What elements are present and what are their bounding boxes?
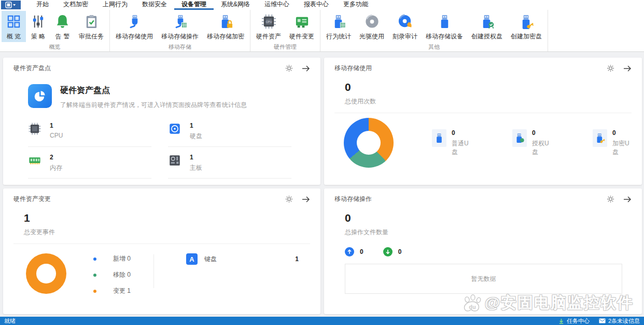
ribbon-item-policy[interactable]: 策 略 — [26, 11, 50, 42]
ribbon-item-behavior-stats[interactable]: 行为统计 — [322, 11, 355, 42]
menubar: 开始 文档加密 上网行为 数据安全 设备管理 系统&网络 运维中心 报表中心 更… — [0, 0, 644, 10]
app-menu-button[interactable] — [1, 1, 21, 9]
stat-value: 0 — [452, 129, 471, 137]
usb-device-icon — [437, 13, 453, 30]
usb-cable-icon — [127, 13, 143, 30]
optical-disc-icon — [364, 13, 380, 30]
ribbon-item-label: 硬件变更 — [289, 32, 314, 41]
tab-device-management[interactable]: 设备管理 — [174, 0, 214, 10]
tab-more-features[interactable]: 更多功能 — [336, 0, 375, 10]
menu-tabs: 开始 文档加密 上网行为 数据安全 设备管理 系统&网络 运维中心 报表中心 更… — [29, 0, 375, 10]
status-ready: 就绪 — [4, 317, 16, 325]
tab-start[interactable]: 开始 — [29, 0, 56, 10]
ribbon-item-storage-operations[interactable]: 移动存储操作 — [157, 11, 203, 42]
stat-encrypted-usb: 0 加密U盘 — [593, 129, 632, 157]
ram-icon — [28, 154, 41, 167]
ribbon-item-alerts[interactable]: 告 警 — [50, 11, 75, 42]
usb-lock-icon — [218, 13, 234, 30]
motherboard-icon — [168, 154, 181, 167]
ribbon-item-storage-usage[interactable]: 移动存储使用 — [111, 11, 157, 42]
legend-added: 新增 0 — [93, 254, 131, 263]
operations-total-value: 0 — [345, 212, 632, 224]
stat-label: 授权U盘 — [532, 139, 551, 157]
usage-donut-chart — [344, 118, 394, 168]
arrow-right-icon[interactable] — [623, 65, 632, 72]
ribbon-group-label: 硬件管理 — [252, 42, 318, 53]
download-counter: 0 — [383, 247, 402, 256]
arrow-right-icon[interactable] — [623, 196, 632, 203]
alert-bell-icon — [54, 13, 71, 30]
ribbon-item-label: 行为统计 — [326, 32, 351, 41]
gear-icon[interactable] — [607, 195, 614, 203]
device-value: 1 — [295, 255, 299, 263]
gear-icon[interactable] — [607, 64, 614, 72]
ribbon-item-create-authorized-disk[interactable]: 创建授权盘 — [467, 11, 507, 42]
arrow-right-icon[interactable] — [302, 196, 310, 203]
stat-cpu: 1 CPU — [28, 122, 151, 147]
ribbon-item-hardware-changes[interactable]: 硬件变更 — [285, 11, 318, 42]
legend-removed: 移除 0 — [93, 270, 131, 279]
task-center-button[interactable]: 任务中心 — [558, 317, 590, 325]
hardware-card-icon — [294, 13, 310, 30]
ribbon-item-create-encrypted-disk[interactable]: 创建加密盘 — [507, 11, 546, 42]
usb-encrypted-icon — [593, 129, 607, 147]
tab-report-center[interactable]: 报表中心 — [297, 0, 336, 10]
ribbon-item-label: 刻录审计 — [393, 32, 417, 41]
stat-value: 2 — [50, 154, 62, 161]
ribbon-group-overview: 概 览 策 略 告 警 — [0, 10, 110, 51]
ribbon-item-label: 创建加密盘 — [511, 32, 542, 41]
divider — [334, 113, 632, 113]
app-logo-icon — [5, 2, 17, 8]
unread-messages-button[interactable]: 2条未读信息 — [599, 317, 640, 325]
card-title: 移动存储操作 — [334, 195, 372, 204]
ribbon-item-overview[interactable]: 概 览 — [2, 11, 26, 42]
stat-label: 内存 — [50, 164, 62, 172]
download-icon — [558, 318, 564, 324]
changes-donut-chart — [26, 253, 66, 294]
upload-arrow-icon — [345, 247, 354, 256]
ribbon-item-burn-audit[interactable]: 刻录审计 — [388, 11, 422, 42]
policy-sliders-icon — [30, 13, 46, 30]
usb-plain-icon — [432, 129, 446, 147]
device-label: 键盘 — [204, 255, 217, 264]
ribbon-item-label: 策 略 — [31, 32, 45, 41]
usb-badge-icon — [479, 13, 495, 30]
gear-icon[interactable] — [285, 64, 293, 72]
tab-data-security[interactable]: 数据安全 — [135, 0, 174, 10]
ribbon-toolbar: 概 览 策 略 告 警 — [0, 10, 644, 52]
legend-changed: 变更 1 — [93, 287, 131, 295]
hard-disk-icon — [168, 122, 181, 136]
inventory-title: 硬件资产盘点 — [60, 85, 247, 96]
ribbon-item-optical-usage[interactable]: 光驱使用 — [355, 11, 388, 42]
envelope-icon — [599, 318, 606, 323]
tab-doc-encryption[interactable]: 文档加密 — [56, 0, 95, 10]
gear-icon[interactable] — [285, 195, 293, 203]
stat-value: 0 — [612, 129, 632, 137]
ribbon-group-removable-storage: 移动存储使用 移动存储操作 — [110, 10, 250, 51]
changes-total-value: 1 — [24, 212, 310, 224]
stat-value: 1 — [190, 154, 202, 161]
ribbon-item-storage-encryption[interactable]: 移动存储加密 — [203, 11, 248, 42]
arrow-right-icon[interactable] — [302, 65, 310, 72]
tab-ops-center[interactable]: 运维中心 — [257, 0, 297, 10]
stat-motherboard: 1 主板 — [168, 154, 291, 179]
ribbon-item-label: 审批任务 — [79, 32, 104, 41]
device-row-keyboard: A 键盘 1 — [186, 253, 299, 265]
stat-memory: 2 内存 — [28, 154, 151, 179]
ribbon-item-hardware-assets[interactable]: CPU 硬件资产 — [252, 11, 285, 42]
tab-system-network[interactable]: 系统&网络 — [214, 0, 257, 10]
burn-disc-icon — [397, 13, 413, 30]
stat-value: 1 — [50, 122, 63, 129]
ribbon-item-label: 移动存储使用 — [116, 32, 153, 41]
ribbon-item-storage-devices[interactable]: 移动存储设备 — [422, 11, 467, 42]
vertical-divider — [153, 254, 154, 288]
legend-dot — [93, 290, 96, 293]
usage-total-value: 0 — [345, 81, 632, 93]
ribbon-item-label: 移动存储操作 — [161, 32, 199, 41]
download-arrow-icon — [383, 247, 393, 256]
card-storage-usage: 移动存储使用 — [324, 58, 642, 185]
tab-web-behavior[interactable]: 上网行为 — [95, 0, 135, 10]
approval-clipboard-icon — [83, 13, 100, 30]
ribbon-item-approval-tasks[interactable]: 审批任务 — [75, 11, 108, 42]
svg-text:CPU: CPU — [265, 20, 272, 23]
